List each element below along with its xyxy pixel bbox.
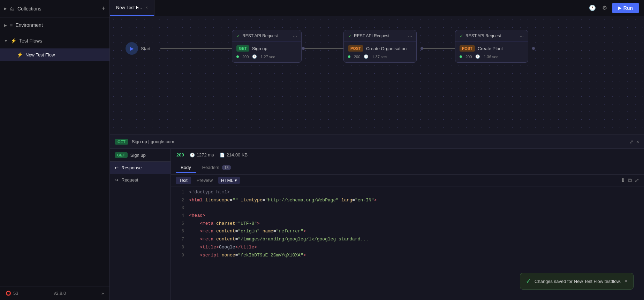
sidebar-footer: ⭕ 53 v2.8.0 » (0, 286, 109, 300)
start-node: ▶ Start (126, 42, 150, 55)
node3-status-code: 200 (465, 55, 472, 59)
start-label: Start (141, 46, 150, 51)
expand-panel-icon[interactable]: ⤢ (629, 139, 634, 145)
run-button[interactable]: ▶ Run (612, 3, 639, 13)
tab-body[interactable]: Body (176, 163, 196, 173)
toast-message: Changes saved for New Test Flow testflow… (535, 279, 621, 284)
response-tabs: Body Headers 18 (171, 161, 644, 175)
svg-point-2 (421, 47, 423, 50)
chevron-down-icon: ▾ (235, 178, 237, 183)
test-flows-label: Test Flows (19, 38, 42, 44)
tab-body-label: Body (181, 165, 191, 170)
node3-endpoint: Create Plant (478, 46, 503, 51)
bottom-sidebar: GET Sign up ↩ Response ↪ Request (110, 149, 171, 300)
node2-status-dot (348, 55, 350, 58)
code-line-2: 2 <html itemscope="" itemtype="http://sc… (171, 197, 644, 205)
collections-header[interactable]: ▶ 🗂 Collections + (0, 0, 109, 17)
node1-check-icon: ✓ (236, 33, 240, 39)
request-icon: ↪ (115, 177, 119, 183)
headers-count: 18 (222, 165, 231, 170)
flow-canvas[interactable]: ▶ Start ✓ REST API Request ··· GET Sign … (110, 16, 644, 134)
flow-node-2[interactable]: ✓ REST API Request ··· POST Create Organ… (343, 30, 417, 63)
node1-endpoint: Sign up (252, 46, 267, 51)
bs-request-item[interactable]: ↪ Request (110, 174, 171, 186)
node2-menu-icon[interactable]: ··· (408, 33, 412, 39)
flow-node-1[interactable]: ✓ REST API Request ··· GET Sign up 200 🕐… (232, 30, 302, 63)
node2-check-icon: ✓ (348, 33, 352, 39)
history-icon[interactable]: 🕐 (588, 3, 597, 13)
response-label: Response (121, 165, 142, 170)
node1-body: GET Sign up 200 🕐 1.27 sec (232, 42, 301, 62)
sidebar: ▶ 🗂 Collections + ▶ ≡ Environment ▼ ⚡ Te… (0, 0, 110, 300)
node2-endpoint: Create Organisation (366, 46, 407, 51)
sidebar-item-new-test-flow[interactable]: ⚡ New Test Flow (0, 48, 109, 61)
node2-method: POST (348, 45, 363, 52)
svg-point-0 (302, 47, 305, 50)
expand-code-icon[interactable]: ⤢ (635, 177, 639, 184)
copy-icon[interactable]: ⧉ (628, 177, 632, 184)
code-line-8: 8 <title>Google</title> (171, 244, 644, 252)
response-icon: ↩ (115, 165, 119, 170)
active-tab[interactable]: New Test F... × (110, 0, 154, 16)
collections-label: Collections (17, 6, 41, 11)
node1-status-code: 200 (242, 55, 249, 59)
node1-status-dot (236, 55, 239, 58)
node2-body: POST Create Organisation 200 🕐 1.37 sec (344, 42, 416, 62)
node2-status-code: 200 (354, 55, 360, 59)
collections-icon: 🗂 (10, 6, 15, 11)
download-icon[interactable]: ⬇ (621, 177, 625, 184)
start-play-icon: ▶ (130, 46, 134, 51)
node3-body: POST Create Plant 200 🕐 1.36 sec (455, 42, 528, 62)
file-icon: 📄 (220, 153, 225, 157)
clock-icon: 🕐 (190, 153, 195, 157)
flow-node-3[interactable]: ✓ REST API Request ··· POST Create Plant… (455, 30, 528, 63)
bottom-url: Sign up | google.com (132, 139, 174, 144)
fmt-html-select[interactable]: HTML ▾ (218, 177, 240, 184)
test-flows-icon: ⚡ (10, 38, 16, 44)
collections-add-icon[interactable]: + (101, 5, 105, 12)
fmt-text-label: Text (179, 178, 188, 183)
response-time-stat: 🕐 1272 ms (190, 152, 214, 157)
environment-icon: ≡ (10, 22, 13, 28)
start-button[interactable]: ▶ (126, 42, 138, 55)
environment-header[interactable]: ▶ ≡ Environment (0, 17, 109, 33)
svg-point-4 (532, 47, 535, 50)
fmt-text-button[interactable]: Text (176, 177, 191, 184)
code-line-4: 4 <head> (171, 212, 644, 220)
code-line-9: 9 <script nonce="fckIbDT9uE 2CmVYqXi0XA"… (171, 252, 644, 260)
node2-title: REST API Request (354, 33, 389, 38)
tab-bar-right: 🕐 ⚙ ▶ Run (583, 3, 644, 13)
test-flows-header[interactable]: ▼ ⚡ Test Flows (0, 33, 109, 48)
fmt-preview-label: Preview (197, 178, 213, 183)
fmt-html-label: HTML (221, 178, 233, 183)
tab-headers-label: Headers (202, 165, 219, 170)
toast-check-icon: ✓ (526, 277, 531, 285)
node2-header: ✓ REST API Request ··· (344, 30, 416, 42)
format-row-right: ⬇ ⧉ ⤢ (621, 177, 639, 184)
node2-time-icon: 🕐 (364, 54, 369, 59)
node1-time-icon: 🕐 (252, 54, 257, 59)
expand-icon[interactable]: » (101, 291, 104, 296)
bs-request-info: GET Sign up (110, 149, 171, 162)
node1-title: REST API Request (242, 33, 278, 38)
settings-icon[interactable]: ⚙ (601, 3, 608, 13)
node1-menu-icon[interactable]: ··· (293, 33, 297, 39)
bs-response-item[interactable]: ↩ Response (110, 162, 171, 174)
status-code: 200 (176, 152, 184, 157)
bs-method: GET (115, 152, 128, 158)
version-label: v2.8.0 (54, 291, 66, 296)
environment-section: ▶ ≡ Environment (0, 17, 109, 33)
response-stats: 200 🕐 1272 ms 📄 214.00 KB (171, 149, 644, 161)
toast-close-button[interactable]: × (624, 278, 628, 284)
response-size-stat: 📄 214.00 KB (220, 152, 248, 157)
node1-time: 1.27 sec (260, 55, 275, 59)
tab-headers[interactable]: Headers 18 (197, 163, 236, 173)
close-panel-icon[interactable]: × (636, 139, 639, 145)
node3-check-icon: ✓ (460, 33, 463, 39)
node3-menu-icon[interactable]: ··· (520, 33, 524, 39)
tab-close-icon[interactable]: × (145, 5, 148, 10)
fmt-preview-button[interactable]: Preview (193, 177, 216, 184)
bottom-header-right: ⤢ × (629, 139, 639, 145)
main-panel: New Test F... × 🕐 ⚙ ▶ Run (110, 0, 644, 300)
run-label: Run (623, 5, 633, 11)
